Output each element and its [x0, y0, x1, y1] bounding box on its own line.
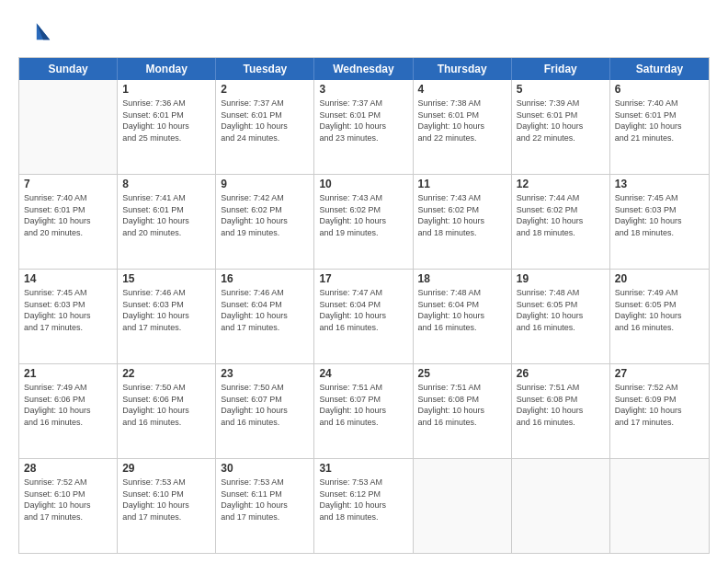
calendar-cell [19, 80, 118, 174]
day-info: Sunrise: 7:39 AM Sunset: 6:01 PM Dayligh… [517, 98, 605, 144]
day-info: Sunrise: 7:48 AM Sunset: 6:04 PM Dayligh… [418, 287, 506, 333]
day-info: Sunrise: 7:51 AM Sunset: 6:08 PM Dayligh… [418, 382, 506, 428]
calendar-cell: 21Sunrise: 7:49 AM Sunset: 6:06 PM Dayli… [19, 364, 118, 458]
calendar-cell: 9Sunrise: 7:42 AM Sunset: 6:02 PM Daylig… [216, 175, 314, 269]
weekday-header: Friday [512, 58, 610, 80]
day-info: Sunrise: 7:37 AM Sunset: 6:01 PM Dayligh… [221, 98, 309, 144]
calendar-cell: 13Sunrise: 7:45 AM Sunset: 6:03 PM Dayli… [610, 175, 709, 269]
day-number: 27 [615, 367, 704, 380]
day-info: Sunrise: 7:41 AM Sunset: 6:01 PM Dayligh… [122, 192, 210, 238]
day-info: Sunrise: 7:53 AM Sunset: 6:11 PM Dayligh… [221, 477, 309, 523]
day-info: Sunrise: 7:47 AM Sunset: 6:04 PM Dayligh… [319, 287, 407, 333]
calendar-cell: 31Sunrise: 7:53 AM Sunset: 6:12 PM Dayli… [314, 459, 413, 553]
day-info: Sunrise: 7:53 AM Sunset: 6:10 PM Dayligh… [122, 477, 210, 523]
day-info: Sunrise: 7:36 AM Sunset: 6:01 PM Dayligh… [122, 98, 210, 144]
day-info: Sunrise: 7:45 AM Sunset: 6:03 PM Dayligh… [615, 192, 704, 238]
calendar-cell: 5Sunrise: 7:39 AM Sunset: 6:01 PM Daylig… [512, 80, 610, 174]
calendar-cell: 2Sunrise: 7:37 AM Sunset: 6:01 PM Daylig… [216, 80, 314, 174]
day-number: 31 [319, 462, 407, 475]
calendar-header: SundayMondayTuesdayWednesdayThursdayFrid… [19, 58, 709, 80]
day-number: 25 [418, 367, 506, 380]
day-number: 17 [319, 272, 407, 285]
calendar-cell: 30Sunrise: 7:53 AM Sunset: 6:11 PM Dayli… [216, 459, 314, 553]
calendar-cell: 16Sunrise: 7:46 AM Sunset: 6:04 PM Dayli… [216, 270, 314, 363]
day-number: 8 [122, 178, 210, 190]
day-info: Sunrise: 7:44 AM Sunset: 6:02 PM Dayligh… [517, 192, 605, 238]
day-info: Sunrise: 7:53 AM Sunset: 6:12 PM Dayligh… [319, 477, 407, 523]
day-number: 20 [615, 272, 704, 285]
calendar-cell: 15Sunrise: 7:46 AM Sunset: 6:03 PM Dayli… [118, 270, 216, 363]
day-number: 29 [122, 462, 210, 475]
calendar-cell: 4Sunrise: 7:38 AM Sunset: 6:01 PM Daylig… [414, 80, 512, 174]
logo-icon [18, 17, 51, 50]
day-number: 24 [319, 367, 407, 380]
calendar-cell: 25Sunrise: 7:51 AM Sunset: 6:08 PM Dayli… [414, 364, 512, 458]
day-info: Sunrise: 7:43 AM Sunset: 6:02 PM Dayligh… [319, 192, 407, 238]
calendar-cell: 26Sunrise: 7:51 AM Sunset: 6:08 PM Dayli… [512, 364, 610, 458]
calendar-cell: 18Sunrise: 7:48 AM Sunset: 6:04 PM Dayli… [414, 270, 512, 363]
day-number: 6 [615, 83, 704, 96]
day-info: Sunrise: 7:42 AM Sunset: 6:02 PM Dayligh… [221, 192, 309, 238]
calendar-cell: 12Sunrise: 7:44 AM Sunset: 6:02 PM Dayli… [512, 175, 610, 269]
day-info: Sunrise: 7:40 AM Sunset: 6:01 PM Dayligh… [615, 98, 704, 144]
calendar-cell: 10Sunrise: 7:43 AM Sunset: 6:02 PM Dayli… [314, 175, 413, 269]
day-info: Sunrise: 7:51 AM Sunset: 6:07 PM Dayligh… [319, 382, 407, 428]
calendar-cell: 6Sunrise: 7:40 AM Sunset: 6:01 PM Daylig… [610, 80, 709, 174]
calendar-row: 7Sunrise: 7:40 AM Sunset: 6:01 PM Daylig… [19, 175, 709, 270]
weekday-header: Thursday [414, 58, 512, 80]
weekday-header: Sunday [19, 58, 118, 80]
calendar-cell: 11Sunrise: 7:43 AM Sunset: 6:02 PM Dayli… [414, 175, 512, 269]
calendar-cell: 8Sunrise: 7:41 AM Sunset: 6:01 PM Daylig… [118, 175, 216, 269]
day-number: 1 [122, 83, 210, 96]
weekday-header: Monday [118, 58, 216, 80]
day-number: 13 [615, 178, 704, 190]
calendar-cell [512, 459, 610, 553]
day-info: Sunrise: 7:49 AM Sunset: 6:05 PM Dayligh… [615, 287, 704, 333]
calendar-cell: 27Sunrise: 7:52 AM Sunset: 6:09 PM Dayli… [610, 364, 709, 458]
day-number: 4 [418, 83, 506, 96]
day-number: 10 [319, 178, 407, 190]
logo [18, 17, 55, 50]
day-number: 5 [517, 83, 605, 96]
calendar: SundayMondayTuesdayWednesdayThursdayFrid… [18, 57, 710, 554]
calendar-cell: 20Sunrise: 7:49 AM Sunset: 6:05 PM Dayli… [610, 270, 709, 363]
weekday-header: Wednesday [314, 58, 413, 80]
day-number: 19 [517, 272, 605, 285]
day-info: Sunrise: 7:40 AM Sunset: 6:01 PM Dayligh… [24, 192, 112, 238]
calendar-cell [610, 459, 709, 553]
calendar-cell: 28Sunrise: 7:52 AM Sunset: 6:10 PM Dayli… [19, 459, 118, 553]
day-info: Sunrise: 7:45 AM Sunset: 6:03 PM Dayligh… [24, 287, 112, 333]
day-info: Sunrise: 7:50 AM Sunset: 6:06 PM Dayligh… [122, 382, 210, 428]
calendar-cell [414, 459, 512, 553]
day-number: 3 [319, 83, 407, 96]
day-info: Sunrise: 7:43 AM Sunset: 6:02 PM Dayligh… [418, 192, 506, 238]
day-info: Sunrise: 7:46 AM Sunset: 6:03 PM Dayligh… [122, 287, 210, 333]
day-info: Sunrise: 7:51 AM Sunset: 6:08 PM Dayligh… [517, 382, 605, 428]
day-info: Sunrise: 7:37 AM Sunset: 6:01 PM Dayligh… [319, 98, 407, 144]
calendar-cell: 1Sunrise: 7:36 AM Sunset: 6:01 PM Daylig… [118, 80, 216, 174]
day-number: 12 [517, 178, 605, 190]
calendar-cell: 19Sunrise: 7:48 AM Sunset: 6:05 PM Dayli… [512, 270, 610, 363]
page: SundayMondayTuesdayWednesdayThursdayFrid… [0, 0, 728, 563]
calendar-body: 1Sunrise: 7:36 AM Sunset: 6:01 PM Daylig… [19, 80, 709, 553]
header [18, 17, 710, 50]
day-number: 2 [221, 83, 309, 96]
calendar-cell: 3Sunrise: 7:37 AM Sunset: 6:01 PM Daylig… [314, 80, 413, 174]
calendar-cell: 14Sunrise: 7:45 AM Sunset: 6:03 PM Dayli… [19, 270, 118, 363]
calendar-row: 14Sunrise: 7:45 AM Sunset: 6:03 PM Dayli… [19, 270, 709, 364]
day-number: 11 [418, 178, 506, 190]
calendar-cell: 29Sunrise: 7:53 AM Sunset: 6:10 PM Dayli… [118, 459, 216, 553]
day-number: 14 [24, 272, 112, 285]
calendar-cell: 22Sunrise: 7:50 AM Sunset: 6:06 PM Dayli… [118, 364, 216, 458]
day-number: 21 [24, 367, 112, 380]
calendar-row: 1Sunrise: 7:36 AM Sunset: 6:01 PM Daylig… [19, 80, 709, 175]
calendar-cell: 24Sunrise: 7:51 AM Sunset: 6:07 PM Dayli… [314, 364, 413, 458]
day-info: Sunrise: 7:46 AM Sunset: 6:04 PM Dayligh… [221, 287, 309, 333]
calendar-cell: 17Sunrise: 7:47 AM Sunset: 6:04 PM Dayli… [314, 270, 413, 363]
weekday-header: Tuesday [216, 58, 314, 80]
calendar-cell: 23Sunrise: 7:50 AM Sunset: 6:07 PM Dayli… [216, 364, 314, 458]
calendar-row: 28Sunrise: 7:52 AM Sunset: 6:10 PM Dayli… [19, 459, 709, 553]
day-info: Sunrise: 7:38 AM Sunset: 6:01 PM Dayligh… [418, 98, 506, 144]
calendar-row: 21Sunrise: 7:49 AM Sunset: 6:06 PM Dayli… [19, 364, 709, 459]
day-number: 22 [122, 367, 210, 380]
